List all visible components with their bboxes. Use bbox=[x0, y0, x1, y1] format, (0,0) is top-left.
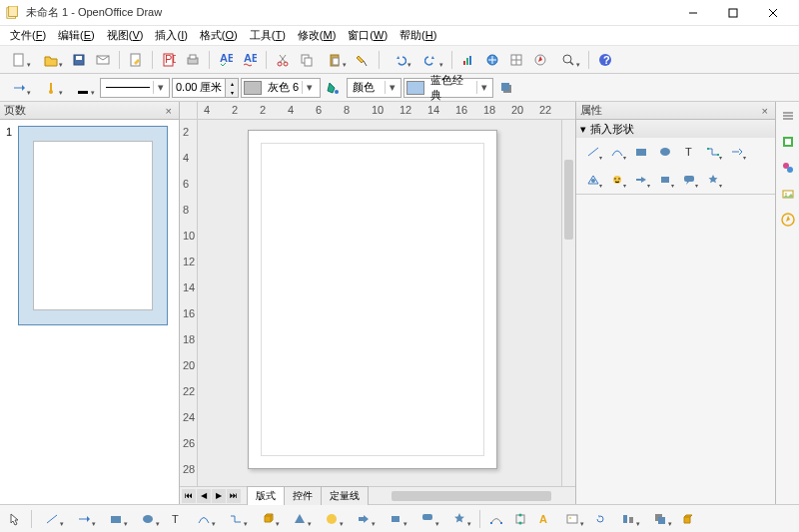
insert-shape-section-header[interactable]: ▾ 插入形状 bbox=[576, 120, 775, 138]
menu-format[interactable]: 格式(O) bbox=[194, 26, 244, 45]
gluepoints-tool[interactable] bbox=[509, 508, 531, 530]
rectangle-shape-button[interactable] bbox=[630, 142, 652, 162]
spellcheck-button[interactable]: ABC bbox=[215, 49, 237, 71]
copy-button[interactable] bbox=[296, 49, 318, 71]
edit-file-button[interactable] bbox=[125, 49, 147, 71]
first-page-button[interactable]: ⏮ bbox=[182, 489, 196, 503]
curve-tool[interactable] bbox=[189, 508, 219, 530]
pages-thumbnails[interactable]: 1 bbox=[0, 120, 179, 504]
arrange-tool[interactable] bbox=[645, 508, 675, 530]
next-page-button[interactable]: ▶ bbox=[212, 489, 226, 503]
properties-panel-close[interactable]: × bbox=[759, 105, 771, 117]
select-tool[interactable] bbox=[4, 508, 26, 530]
spin-up[interactable]: ▴ bbox=[226, 79, 238, 88]
connector-shape-button[interactable] bbox=[702, 142, 724, 162]
callouts-tool[interactable] bbox=[412, 508, 442, 530]
basic-shapes-tool[interactable] bbox=[285, 508, 315, 530]
sidebar-menu-icon[interactable] bbox=[778, 106, 798, 126]
fontwork-tool[interactable]: A bbox=[533, 508, 555, 530]
zoom-button[interactable] bbox=[553, 49, 583, 71]
navigator-deck-icon[interactable] bbox=[778, 210, 798, 230]
tab-layout[interactable]: 版式 bbox=[247, 486, 285, 505]
rectangle-tool[interactable] bbox=[101, 508, 131, 530]
close-button[interactable] bbox=[753, 1, 793, 25]
properties-deck-icon[interactable] bbox=[778, 132, 798, 152]
extrusion-tool[interactable] bbox=[677, 508, 699, 530]
curve-shape-button[interactable] bbox=[606, 142, 628, 162]
help-button[interactable]: ? bbox=[594, 49, 616, 71]
undo-button[interactable] bbox=[385, 49, 414, 71]
connector-tool[interactable] bbox=[221, 508, 251, 530]
line-ends-button[interactable] bbox=[36, 77, 66, 99]
line-shape-button[interactable] bbox=[582, 142, 604, 162]
paste-button[interactable] bbox=[320, 49, 350, 71]
new-button[interactable] bbox=[4, 49, 34, 71]
styles-deck-icon[interactable] bbox=[778, 158, 798, 178]
pages-panel-close[interactable]: × bbox=[163, 105, 175, 117]
minimize-button[interactable] bbox=[673, 1, 713, 25]
3d-tool[interactable] bbox=[253, 508, 283, 530]
format-paintbrush-button[interactable] bbox=[352, 49, 374, 71]
page-thumbnail-1[interactable]: 1 bbox=[6, 126, 173, 325]
tab-dimlines[interactable]: 定量线 bbox=[321, 486, 369, 505]
chart-button[interactable] bbox=[457, 49, 479, 71]
area-button[interactable] bbox=[323, 77, 345, 99]
rotate-tool[interactable] bbox=[589, 508, 611, 530]
prev-page-button[interactable]: ◀ bbox=[197, 489, 211, 503]
stars-tool[interactable] bbox=[444, 508, 474, 530]
menu-modify[interactable]: 修改(M) bbox=[292, 26, 343, 45]
auto-spellcheck-button[interactable]: ABC bbox=[239, 49, 261, 71]
ellipse-tool[interactable] bbox=[133, 508, 163, 530]
ellipse-shape-button[interactable] bbox=[654, 142, 676, 162]
points-tool[interactable] bbox=[485, 508, 507, 530]
shadow-color-combo[interactable]: 蓝色经典 ▾ bbox=[403, 78, 493, 98]
horizontal-ruler[interactable]: 42246810121416182022 bbox=[198, 102, 575, 119]
shadow-button[interactable] bbox=[495, 77, 517, 99]
flowchart-tool[interactable] bbox=[381, 508, 410, 530]
table-button[interactable] bbox=[505, 49, 527, 71]
fill-color-combo[interactable]: 灰色 6 ▾ bbox=[241, 78, 321, 98]
last-page-button[interactable]: ⏭ bbox=[227, 489, 241, 503]
arrow-style-button[interactable] bbox=[4, 77, 34, 99]
email-button[interactable] bbox=[92, 49, 114, 71]
block-arrows-button[interactable] bbox=[630, 170, 652, 190]
drawing-surface[interactable] bbox=[198, 120, 561, 486]
navigator-button[interactable] bbox=[529, 49, 551, 71]
from-file-tool[interactable] bbox=[557, 508, 587, 530]
fill-type-combo[interactable]: 颜色 ▾ bbox=[347, 78, 401, 98]
stars-button[interactable] bbox=[702, 170, 724, 190]
text-tool[interactable]: T bbox=[165, 508, 187, 530]
arrow-shape-dropdown[interactable] bbox=[726, 142, 748, 162]
vertical-ruler[interactable]: 246810121416182022242628 bbox=[180, 120, 198, 486]
menu-file[interactable]: 文件(F) bbox=[4, 26, 52, 45]
line-width-spinner[interactable]: ▴▾ bbox=[172, 78, 239, 98]
redo-button[interactable] bbox=[416, 49, 446, 71]
callouts-button[interactable] bbox=[678, 170, 700, 190]
align-tool[interactable] bbox=[613, 508, 643, 530]
save-button[interactable] bbox=[68, 49, 90, 71]
block-arrows-tool[interactable] bbox=[349, 508, 379, 530]
line-tool[interactable] bbox=[37, 508, 67, 530]
line-style-combo[interactable]: ▾ bbox=[100, 78, 170, 98]
basic-shapes-button[interactable] bbox=[582, 170, 604, 190]
symbol-shapes-tool[interactable] bbox=[317, 508, 347, 530]
horizontal-scrollbar[interactable] bbox=[372, 490, 571, 502]
gallery-deck-icon[interactable] bbox=[778, 184, 798, 204]
spin-down[interactable]: ▾ bbox=[226, 88, 238, 97]
menu-help[interactable]: 帮助(H) bbox=[394, 26, 442, 45]
cut-button[interactable] bbox=[272, 49, 294, 71]
menu-window[interactable]: 窗口(W) bbox=[342, 26, 394, 45]
menu-tools[interactable]: 工具(T) bbox=[244, 26, 292, 45]
line-width-input[interactable] bbox=[173, 82, 225, 94]
text-shape-button[interactable]: T bbox=[678, 142, 700, 162]
menu-view[interactable]: 视图(V) bbox=[101, 26, 150, 45]
vertical-scrollbar[interactable] bbox=[561, 120, 575, 486]
page-canvas[interactable] bbox=[248, 130, 497, 469]
maximize-button[interactable] bbox=[713, 1, 753, 25]
hyperlink-button[interactable] bbox=[481, 49, 503, 71]
menu-edit[interactable]: 编辑(E) bbox=[52, 26, 101, 45]
print-button[interactable] bbox=[182, 49, 204, 71]
arrow-tool[interactable] bbox=[69, 508, 99, 530]
collapse-icon[interactable]: ▾ bbox=[580, 123, 586, 136]
line-color-button[interactable] bbox=[68, 77, 98, 99]
